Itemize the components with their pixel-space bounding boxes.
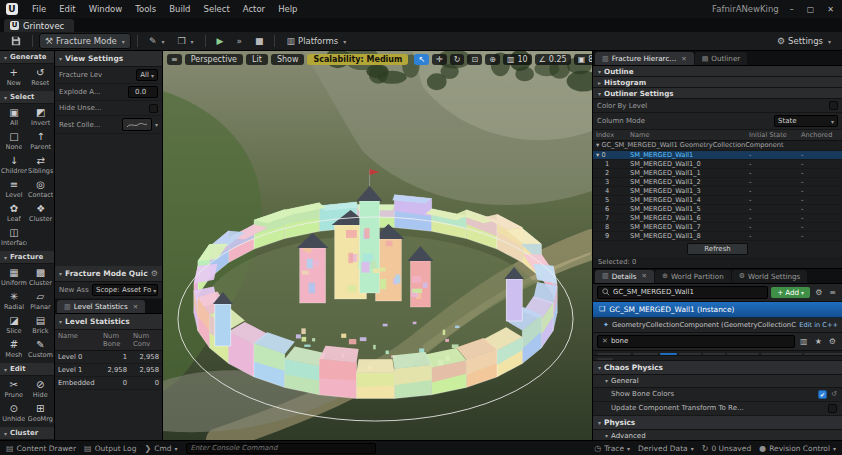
explode-amount-field[interactable]: 0.0 <box>128 86 158 98</box>
filter-tab-misc[interactable]: Misc <box>703 353 725 355</box>
rest-collection-asset[interactable] <box>122 118 152 131</box>
outliner-row[interactable]: 7SM_MERGED_Wall1_6-- <box>593 214 842 223</box>
close-icon[interactable]: ✕ <box>825 5 836 14</box>
stop-button[interactable]: ■ <box>250 34 269 48</box>
quick-settings-header[interactable]: ▾ Fracture Mode Quick Settin ⚙ <box>55 266 162 282</box>
tool-geomrg[interactable]: ⊞GeoMrg <box>28 402 54 425</box>
filter-tab-actor[interactable]: Actor <box>633 353 658 355</box>
scale-tool-icon[interactable]: ⊡ <box>467 54 482 65</box>
select-tool-icon[interactable]: ↖ <box>414 54 429 65</box>
gear-icon[interactable]: ⚙ <box>151 269 158 278</box>
actor-search-box[interactable] <box>597 286 768 299</box>
platforms-dropdown[interactable]: ▥ Platforms ▾ <box>281 34 351 48</box>
tab-details[interactable]: ▥ Details ✕ <box>595 270 654 283</box>
close-icon[interactable]: ✕ <box>642 272 647 280</box>
outliner-row[interactable]: 4SM_MERGED_Wall1_3-- <box>593 187 842 196</box>
outliner-row[interactable]: ▾ 0SM_MERGED_Wall1-- <box>593 151 842 160</box>
tool-cluster[interactable]: ❖Cluster <box>28 202 53 225</box>
tool-level[interactable]: ≡Level <box>1 178 27 201</box>
tool-leaf[interactable]: ✿Leaf <box>1 202 27 225</box>
outliner-row[interactable]: 6SM_MERGED_Wall1_5-- <box>593 205 842 214</box>
tool-prune[interactable]: ✂Prune <box>1 378 27 401</box>
skip-button[interactable]: » <box>231 34 247 48</box>
minimize-icon[interactable]: – <box>788 5 796 14</box>
output-log-button[interactable]: ▤ Output Log <box>84 444 136 453</box>
editor-mode-dropdown[interactable]: ⚒ Fracture Mode ▾ <box>39 33 131 49</box>
gear-icon[interactable]: ⚙ <box>813 288 824 297</box>
tool-brick[interactable]: ▤Brick <box>28 314 53 337</box>
save-button[interactable] <box>6 34 26 48</box>
trace-dropdown[interactable]: ◷ Trace ▾ <box>594 444 630 453</box>
viewport-options-icon[interactable]: ≡ <box>167 54 182 65</box>
tool-new[interactable]: +New <box>1 66 27 89</box>
tool-reset[interactable]: ↺Reset <box>28 66 54 89</box>
tool-section-fracture[interactable]: ▾Fracture <box>0 251 54 264</box>
color-by-level-checkbox[interactable] <box>829 101 838 110</box>
tab-level-statistics[interactable]: ▥ Level Statistics ✕ <box>57 300 145 313</box>
rotate-tool-icon[interactable]: ↻ <box>450 54 465 65</box>
checkbox-show-bone-colors[interactable]: ✔ <box>818 390 827 399</box>
tool-siblings[interactable]: ⇄Siblings <box>28 154 53 177</box>
tab-world-settings[interactable]: ⚙ World Settings <box>732 270 808 283</box>
property-filter-box[interactable]: ✕ <box>597 335 795 348</box>
outliner-col[interactable]: Initial State <box>746 130 798 140</box>
outliner-root-row[interactable]: ▾ GC_SM_MERGED_Wall1 GeometryCollectionC… <box>593 141 842 151</box>
menu-window[interactable]: Window <box>83 2 129 16</box>
menu-tools[interactable]: Tools <box>129 2 162 16</box>
menu-select[interactable]: Select <box>198 2 236 16</box>
outline-section-header[interactable]: ▾ Outline <box>593 66 842 77</box>
level-statistics-header[interactable]: ▾ Level Statistics <box>55 314 162 330</box>
section-chaos-physics[interactable]: ▾Chaos Physics <box>593 361 842 375</box>
settings-dropdown[interactable]: ⚙ Settings ▾ <box>772 34 836 48</box>
view-mode-dropdown[interactable]: Lit <box>246 54 268 65</box>
outliner-row[interactable]: 1SM_MERGED_Wall1_0-- <box>593 160 842 169</box>
filter-tab-all[interactable]: All <box>597 358 613 360</box>
favorites-icon[interactable]: ★ <box>813 337 824 346</box>
tab-fracture-hierarchy[interactable]: ▥ Fracture Hierarc... ✕ <box>595 52 694 65</box>
subsection-advanced[interactable]: ▾Advanced <box>593 430 842 441</box>
tool-invert[interactable]: ◩Invert <box>28 106 53 129</box>
menu-build[interactable]: Build <box>163 2 196 16</box>
tool-hide[interactable]: ⊘Hide <box>28 378 54 401</box>
tool-custom[interactable]: ✎Custom <box>28 338 53 361</box>
menu-edit[interactable]: Edit <box>53 2 81 16</box>
project-tab[interactable]: U Grintovec <box>4 19 74 32</box>
filter-tab-lod[interactable]: LOD <box>679 353 701 355</box>
world-space-icon[interactable]: ⊕ <box>485 54 500 65</box>
edit-in-cpp-link[interactable]: Edit in C++ <box>799 321 838 329</box>
section-physics[interactable]: ▾Physics <box>593 416 842 430</box>
outliner-col[interactable]: Index <box>593 130 627 140</box>
cmd-dropdown[interactable]: ❯ Cmd ▾ <box>144 444 177 453</box>
filter-tab-streaming[interactable]: Streaming <box>804 353 842 355</box>
tool-section-edit[interactable]: ▾Edit <box>0 363 54 376</box>
cinematics-dropdown[interactable]: ❒▾ <box>172 34 198 48</box>
maximize-icon[interactable]: ▢ <box>805 5 817 14</box>
camera-speed-button[interactable]: ▣8 <box>574 54 592 65</box>
close-icon[interactable]: ✕ <box>681 55 686 63</box>
actor-search-input[interactable] <box>613 288 763 296</box>
filter-icon[interactable]: ▥ <box>798 337 810 346</box>
scalability-button[interactable]: Scalability: Medium <box>307 54 408 65</box>
menu-actor[interactable]: Actor <box>237 2 271 16</box>
component-row[interactable]: ✦ GeometryCollectionComponent (GeometryC… <box>593 318 842 333</box>
scale-snap-toggle[interactable]: ∠0.25 <box>535 54 571 65</box>
tool-none[interactable]: □None <box>1 130 27 153</box>
play-button[interactable]: ▶ <box>212 34 229 48</box>
tool-uniform[interactable]: ▦Uniform <box>1 266 27 289</box>
tab-world-partition[interactable]: ⊕ World Partition <box>655 270 731 283</box>
hide-unselected-checkbox[interactable] <box>149 104 158 113</box>
reset-to-default-icon[interactable]: ↺ <box>831 390 837 398</box>
refresh-button[interactable]: Refresh <box>687 243 747 255</box>
viewport[interactable]: ≡ Perspective Lit Show Scalability: Medi… <box>163 51 592 440</box>
menu-file[interactable]: File <box>26 2 52 16</box>
column-mode-dropdown[interactable]: State ▾ <box>774 115 838 127</box>
tab-outliner[interactable]: ▤ Outliner <box>695 52 748 65</box>
subsection-general[interactable]: ▾General <box>593 375 842 388</box>
gear-icon[interactable]: ⚙ <box>827 337 838 346</box>
asset-scope-dropdown[interactable]: Scope: Asset Fo ▾ <box>92 284 158 296</box>
outliner-row[interactable]: 8SM_MERGED_Wall1_7-- <box>593 223 842 232</box>
tool-parent[interactable]: ↑Parent <box>28 130 53 153</box>
clear-filter-icon[interactable]: ✕ <box>602 337 608 345</box>
fracture-level-dropdown[interactable]: All ▾ <box>136 69 158 81</box>
viewport-scene[interactable] <box>163 51 592 440</box>
